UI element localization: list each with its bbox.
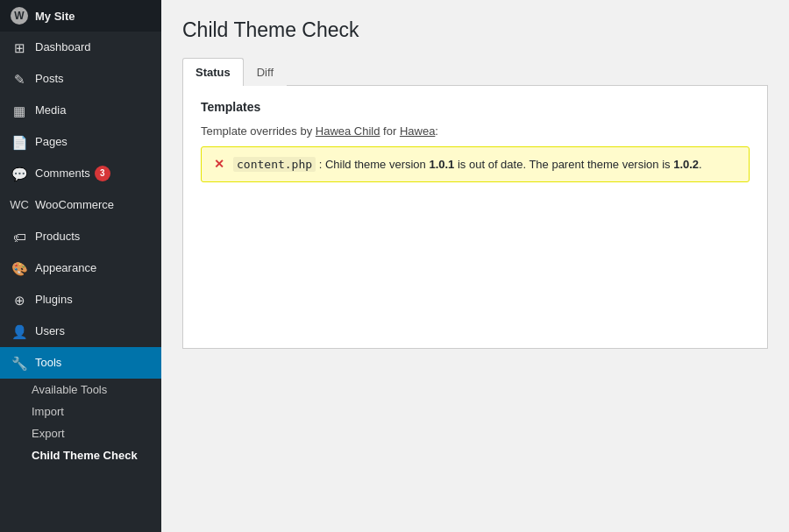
- media-icon: ▦: [11, 102, 28, 119]
- error-message: content.php : Child theme version 1.0.1 …: [233, 156, 702, 174]
- nav-item-comments[interactable]: 💬 Comments 3: [0, 158, 161, 189]
- posts-icon: ✎: [11, 70, 28, 88]
- nav-label-plugins: Plugins: [35, 292, 73, 308]
- template-overrides-text: Template overrides by Hawea Child for Ha…: [201, 124, 750, 138]
- nav-item-posts[interactable]: ✎ Posts: [0, 63, 161, 95]
- nav-label-comments: Comments: [35, 166, 90, 181]
- nav-item-users[interactable]: 👤 Users: [0, 316, 161, 347]
- child-version: 1.0.1: [429, 158, 454, 171]
- comments-badge: 3: [95, 166, 110, 181]
- nav-label-media: Media: [35, 103, 66, 118]
- tabs-bar: Status Diff: [182, 58, 768, 86]
- appearance-icon: 🎨: [11, 259, 28, 277]
- sub-item-import[interactable]: Import: [0, 401, 161, 422]
- nav-label-appearance: Appearance: [35, 260, 96, 276]
- nav-label-woocommerce: WooCommerce: [35, 197, 114, 213]
- comments-icon: 💬: [11, 165, 28, 182]
- wp-logo-icon: W: [11, 7, 28, 25]
- parent-version: 1.0.2: [673, 158, 699, 171]
- sub-item-export[interactable]: Export: [0, 422, 161, 444]
- panel: Templates Template overrides by Hawea Ch…: [182, 86, 768, 349]
- nav-label-pages: Pages: [35, 134, 68, 150]
- nav-label-dashboard: Dashboard: [35, 39, 91, 55]
- error-file: content.php: [233, 157, 316, 172]
- main-area: Child Theme Check Status Diff Templates …: [161, 0, 789, 532]
- sub-item-child-theme-check[interactable]: Child Theme Check: [0, 444, 161, 466]
- nav-item-appearance[interactable]: 🎨 Appearance: [0, 252, 161, 284]
- nav-label-users: Users: [35, 323, 65, 339]
- main-content: Child Theme Check Status Diff Templates …: [161, 0, 789, 532]
- nav-item-dashboard[interactable]: ⊞ Dashboard: [0, 32, 161, 63]
- nav-item-woocommerce[interactable]: WC WooCommerce: [0, 189, 161, 221]
- error-x-icon: ✕: [214, 157, 224, 171]
- sidebar-logo: W My Site: [0, 0, 161, 32]
- nav-item-pages[interactable]: 📄 Pages: [0, 126, 161, 158]
- tools-icon: 🔧: [11, 354, 28, 372]
- page-title: Child Theme Check: [182, 18, 768, 44]
- pages-icon: 📄: [11, 133, 28, 151]
- nav-item-plugins[interactable]: ⊕ Plugins: [0, 284, 161, 316]
- nav-item-media[interactable]: ▦ Media: [0, 95, 161, 126]
- site-name: My Site: [35, 10, 75, 23]
- nav-label-tools: Tools: [35, 355, 61, 371]
- error-row: ✕ content.php : Child theme version 1.0.…: [201, 146, 750, 183]
- plugins-icon: ⊕: [11, 291, 28, 309]
- nav-item-products[interactable]: 🏷 Products: [0, 221, 161, 252]
- nav-label-products: Products: [35, 229, 80, 245]
- nav-label-posts: Posts: [35, 71, 64, 87]
- users-icon: 👤: [11, 323, 28, 340]
- nav-item-tools[interactable]: 🔧 Tools: [0, 347, 161, 379]
- sub-item-available-tools[interactable]: Available Tools: [0, 379, 161, 401]
- sidebar: W My Site ⊞ Dashboard ✎ Posts ▦ Media 📄 …: [0, 0, 161, 532]
- hawea-child-link[interactable]: Hawea Child: [316, 124, 380, 138]
- hawea-link[interactable]: Hawea: [400, 124, 435, 138]
- products-icon: 🏷: [11, 228, 28, 245]
- woocommerce-icon: WC: [11, 196, 28, 214]
- section-title: Templates: [201, 100, 750, 114]
- tab-diff[interactable]: Diff: [244, 58, 287, 86]
- tab-status[interactable]: Status: [182, 58, 244, 86]
- dashboard-icon: ⊞: [11, 39, 28, 56]
